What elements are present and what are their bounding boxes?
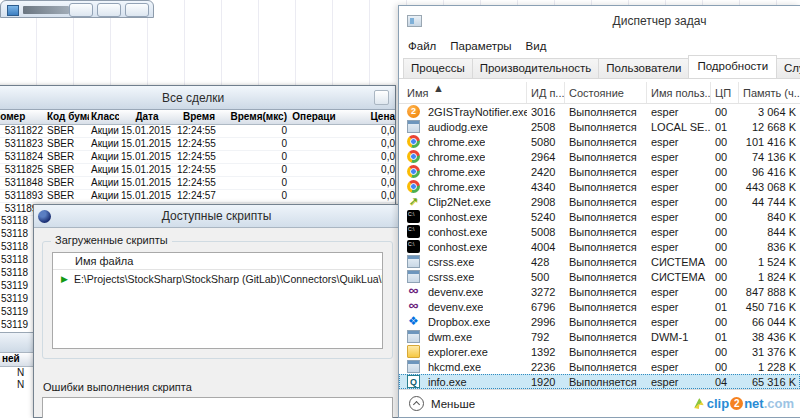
process-memory: 443 068 K [739,181,800,193]
process-status: Выполняется [565,211,647,223]
script-list-item[interactable]: ▶ E:\Projects\StockSharp\StockSharp (Git… [53,270,382,287]
process-user: LOCAL SE... [647,121,711,133]
errors-box[interactable] [42,397,393,418]
tab-производительность[interactable]: Производительность [472,58,600,78]
process-name-cell: devenv.exe [403,285,527,298]
process-pid: 3016 [527,106,565,118]
minimize-button[interactable] [69,3,93,17]
taskmgr-titlebar[interactable]: Диспетчер задач [399,6,800,36]
process-status: Выполняется [565,316,647,328]
trades-cell: 0,0 [339,177,397,189]
trades-column-header[interactable]: Цена [339,110,397,124]
process-row[interactable]: info.exe1920Выполняетсяesper0465 316 K [399,374,800,389]
trades-cell: 5311848 [0,177,45,189]
taskmgr-menubar: ФайлПараметрыВид [399,36,800,55]
trades-header-row[interactable]: НомерКод бумагКлассДатаВремяВремя(мкс)Оп… [0,110,395,125]
trades-row[interactable]: 5311848SBERАкции 1-гс15.01.201512:24:550… [0,177,395,190]
menu-item-вид[interactable]: Вид [526,40,547,52]
sort-ascending-icon: ▲ [433,82,444,94]
process-row[interactable]: chrome.exe5080Выполняетсяesper00101 416 … [399,134,800,149]
clip2net-icon [407,195,420,208]
trades-cell: 5311893 [0,190,45,202]
process-pid: 1392 [527,346,565,358]
details-column-header[interactable]: Память (ч... [739,82,800,103]
details-column-header[interactable]: Состояние [565,82,647,103]
details-column-header[interactable]: Имя польз... [647,82,711,103]
chrome-icon [407,165,420,178]
trades-column-header[interactable]: Время(мкс) [223,110,289,124]
play-icon: ▶ [61,274,68,284]
process-name: hkcmd.exe [424,361,481,373]
details-column-header[interactable]: ЦП [711,82,739,103]
process-memory: 66 044 K [739,316,800,328]
tab-подробности[interactable]: Подробности [688,55,777,78]
process-status: Выполняется [565,241,647,253]
trades-column-header[interactable]: Номер [0,110,45,124]
process-name: audiodg.exe [424,121,488,133]
trades-cell: 12:24:55 [175,138,223,150]
scripts-list[interactable]: Имя файла ▶ E:\Projects\StockSharp\Stock… [52,252,383,349]
trades-cell [289,151,339,163]
chevron-up-icon[interactable] [409,396,424,411]
process-name: conhost.exe [424,211,487,223]
tab-службы[interactable]: Службы [776,58,800,78]
tab-пользователи[interactable]: Пользователи [598,58,689,78]
process-row[interactable]: csrss.exe428ВыполняетсяСИСТЕМА001 524 K [399,254,800,269]
trades-column-header[interactable]: Код бумаг [45,110,89,124]
trades-titlebar[interactable]: Все сделки [0,86,395,110]
details-column-header[interactable]: ИД п... [527,82,565,103]
trades-row[interactable]: 5311824SBERАкции 1-гс15.01.201512:24:550… [0,151,395,164]
process-row[interactable]: dwm.exe792ВыполняетсяDWM-10138 436 K [399,329,800,344]
menu-item-файл[interactable]: Файл [408,40,436,52]
process-name-cell: conhost.exe [403,225,527,238]
process-name: csrss.exe [424,256,474,268]
process-row[interactable]: audiodg.exe2508ВыполняетсяLOCAL SE...011… [399,119,800,134]
process-row[interactable]: conhost.exe5240Выполняетсяesper00840 K [399,209,800,224]
process-status: Выполняется [565,136,647,148]
trades-cell: 0 [223,177,289,189]
process-memory: 38 436 K [739,331,800,343]
trades-row[interactable]: 5311822SBERАкции 1-гс15.01.201512:24:550… [0,125,395,138]
process-name: info.exe [424,376,467,388]
maximize-button[interactable] [97,3,121,17]
process-row[interactable]: 2GISTrayNotifier.exe3016Выполняетсяesper… [399,104,800,119]
process-name-cell: conhost.exe [403,240,527,253]
process-name-cell: conhost.exe [403,210,527,223]
process-row[interactable]: devenv.exe3272Выполняетсяesper00847 888 … [399,284,800,299]
trades-column-header[interactable]: Время [175,110,223,124]
trades-row[interactable]: 5311893SBERАкции 1-гс15.01.201512:24:570… [0,190,395,203]
trades-cell: 15.01.2015 [119,177,175,189]
tab-процессы[interactable]: Процессы [403,58,473,78]
process-user: esper [647,106,711,118]
trades-column-header[interactable]: Дата [119,110,175,124]
filename-column-header[interactable]: Имя файла [53,253,382,270]
process-row[interactable]: csrss.exe500ВыполняетсяСИСТЕМА001 824 K [399,269,800,284]
close-button[interactable] [125,3,149,17]
trades-cell: 0,0 [339,125,397,137]
process-name: devenv.exe [424,301,483,313]
process-row[interactable]: Clip2Net.exe2908Выполняетсяesper0044 744… [399,194,800,209]
process-row[interactable]: conhost.exe4004Выполняетсяesper00836 K [399,239,800,254]
process-row[interactable]: hkcmd.exe2236Выполняетсяesper001 228 K [399,359,800,374]
trades-column-header[interactable]: Операци [289,110,339,124]
trades-row[interactable]: 5311825SBERАкции 1-гс15.01.201512:24:550… [0,164,395,177]
process-row[interactable]: chrome.exe2420Выполняетсяesper0096 416 K [399,164,800,179]
trades-column-header[interactable]: Класс [89,110,119,124]
menu-item-параметры[interactable]: Параметры [450,40,511,52]
trades-row[interactable]: 5311823SBERАкции 1-гс15.01.201512:24:550… [0,138,395,151]
details-column-header[interactable]: Имя [403,82,527,103]
fewer-details-button[interactable]: Меньше [431,398,475,410]
errors-label: Ошибки выполнения скрипта [43,381,192,393]
background-window-titlebar[interactable] [0,0,154,18]
dialog-titlebar[interactable]: Доступные скрипты [34,205,399,228]
devenv-icon [407,300,420,313]
process-row[interactable]: devenv.exe6796Выполняетсяesper01450 716 … [399,299,800,314]
process-row[interactable]: chrome.exe4340Выполняетсяesper00443 068 … [399,179,800,194]
process-row[interactable]: conhost.exe5008Выполняетсяesper00844 K [399,224,800,239]
process-row[interactable]: Dropbox.exe2996Выполняетсяesper0066 044 … [399,314,800,329]
process-row[interactable]: chrome.exe2964Выполняетсяesper0074 136 K [399,149,800,164]
window-button[interactable] [374,90,389,105]
process-pid: 4004 [527,241,565,253]
process-row[interactable]: explorer.exe1392Выполняетсяesper0031 376… [399,344,800,359]
process-pid: 5008 [527,226,565,238]
